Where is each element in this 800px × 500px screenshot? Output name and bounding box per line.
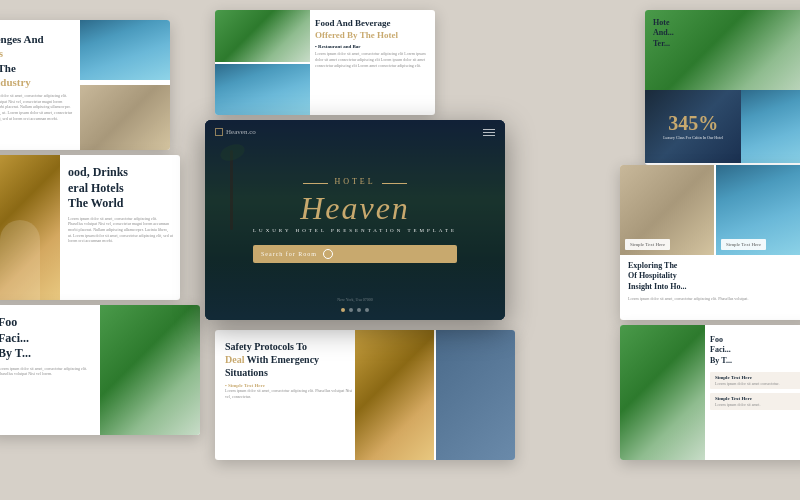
slide-br-heading: FooFaci...By T... [710, 335, 800, 366]
figure-silhouette [0, 220, 40, 300]
slide-mid-left: ood, Drinks eral Hotels The World Lorem … [0, 155, 180, 300]
slide-bot-center: Safety Protocols To Deal With Emergency … [215, 330, 515, 460]
slide-ml-body: Lorem ipsum dolor sit amet, consectetur … [68, 216, 173, 244]
slide-tc-images [215, 10, 310, 115]
slide-br-block1: Simple Text Here Lorem ipsum dolor sit a… [710, 372, 800, 389]
slide-bl-body: Lorem ipsum dolor sit amet, consectetur … [0, 366, 98, 377]
slide-tl-image-top [80, 20, 170, 80]
hamburger-line3 [483, 135, 495, 136]
slide-mr-text-area: Exploring TheOf HospitalityInsight Into … [620, 255, 800, 308]
hotel-subtitle: LUXURY HOTEL PRESENTATION TEMPLATE [253, 228, 457, 233]
slide-bc-text-area: Safety Protocols To Deal With Emergency … [225, 340, 355, 399]
slide-mid-right: Simple Text Here Simple Text Here Explor… [620, 165, 800, 320]
hotel-title: Heaven [253, 192, 457, 224]
slide-tl-body: Lorem ipsum dolor sit amet, consectetur … [0, 93, 78, 121]
slide-tr-bottom: 345% Luxury Class For Cabin In Our Hotel [645, 90, 800, 163]
slide-mr-img1: Simple Text Here [620, 165, 714, 255]
slide-mr-images: Simple Text Here Simple Text Here [620, 165, 800, 255]
slide-br-block2: Simple Text Here Lorem ipsum dolor sit a… [710, 393, 800, 410]
hotel-label-line: HOTEL [253, 177, 457, 190]
slide-bc-body: Lorem ipsum dolor sit amet, consectetur … [225, 388, 355, 399]
slide-tr-number-label: Luxury Class For Cabin In Our Hotel [663, 135, 723, 140]
slide-mr-body: Lorem ipsum dolor sit amet, consectetur … [628, 296, 800, 302]
slide-br-label2: Simple Text Here [715, 396, 800, 401]
slide-ml-image [0, 155, 60, 300]
slide-top-center: Food And Beverage Offered By The Hotel •… [215, 10, 435, 115]
slide-br-image [620, 325, 705, 460]
slide-mr-img2: Simple Text Here [716, 165, 800, 255]
dot-2[interactable] [349, 308, 353, 312]
slide-bl-text-area: Foo Faci... By T... Lorem ipsum dolor si… [0, 315, 98, 377]
slide-main[interactable]: Heaven.co HOTEL Heaven LUXURY HOTEL PRES… [205, 120, 505, 320]
search-bar-label: Search for Room [261, 251, 317, 257]
slide-br-text-area: FooFaci...By T... Simple Text Here Lorem… [710, 335, 800, 414]
slide-tr-stats: 345% Luxury Class For Cabin In Our Hotel [645, 90, 741, 163]
slide-bl-heading: Foo Faci... By T... [0, 315, 98, 362]
slide-bc-img2 [436, 330, 515, 460]
main-logo-bar: Heaven.co [215, 128, 495, 136]
slide-bc-img1 [355, 330, 434, 460]
slide-tc-img2 [215, 64, 310, 116]
slide-tl-heading: hallenges And ilities For The ty Industr… [0, 32, 78, 89]
slide-bot-right: FooFaci...By T... Simple Text Here Lorem… [620, 325, 800, 460]
slide-ml-text-area: ood, Drinks eral Hotels The World Lorem … [68, 165, 173, 244]
slide-tc-heading: Food And Beverage Offered By The Hotel [315, 18, 426, 41]
search-bar[interactable]: Search for Room [253, 245, 457, 263]
slide-tc-bullet1: • Restaurant and Bar [315, 44, 426, 49]
slide-tl-text-area: hallenges And ilities For The ty Industr… [0, 32, 78, 121]
slide-dots [341, 308, 369, 312]
slide-br-label1: Simple Text Here [715, 375, 800, 380]
slide-mr-heading: Exploring TheOf HospitalityInsight Into … [628, 261, 800, 292]
main-content: HOTEL Heaven LUXURY HOTEL PRESENTATION T… [253, 177, 457, 263]
slide-bl-image [100, 305, 200, 435]
slide-top-left: hallenges And ilities For The ty Industr… [0, 20, 170, 150]
slide-tc-body1: Lorem ipsum dolor sit amet, consectetur … [315, 51, 426, 68]
slide-tl-image-bottom [80, 85, 170, 150]
slide-tc-img1 [215, 10, 310, 62]
slide-grid: hallenges And ilities For The ty Industr… [0, 0, 800, 500]
dot-4[interactable] [365, 308, 369, 312]
slide-bc-images [355, 330, 515, 460]
slide-mr-badge1: Simple Text Here [625, 239, 670, 250]
hotel-label: HOTEL [334, 177, 375, 186]
logo-icon [215, 128, 223, 136]
hamburger-line1 [483, 129, 495, 130]
slide-ml-heading: ood, Drinks eral Hotels The World [68, 165, 173, 212]
slide-bc-heading: Safety Protocols To Deal With Emergency … [225, 340, 355, 379]
dot-3[interactable] [357, 308, 361, 312]
hamburger-menu[interactable] [483, 129, 495, 136]
hamburger-line2 [483, 132, 495, 133]
slide-tc-text-area: Food And Beverage Offered By The Hotel •… [315, 18, 430, 72]
slide-tr-title: HoteAnd...Ter... [653, 18, 674, 49]
slide-bot-left: Foo Faci... By T... Lorem ipsum dolor si… [0, 305, 200, 435]
main-footer: New York, Usa 07000 [337, 297, 372, 302]
slide-tr-number: 345% [668, 112, 718, 135]
search-icon [323, 249, 333, 259]
slide-tr-text: HoteAnd...Ter... [653, 18, 674, 49]
slide-top-right: HoteAnd...Ter... 345% Luxury Class For C… [645, 10, 800, 165]
slide-mr-badge2: Simple Text Here [721, 239, 766, 250]
dot-1[interactable] [341, 308, 345, 312]
main-logo: Heaven.co [215, 128, 256, 136]
slide-tr-pool-image [741, 90, 800, 163]
slide-tr-top-image: HoteAnd...Ter... [645, 10, 800, 90]
